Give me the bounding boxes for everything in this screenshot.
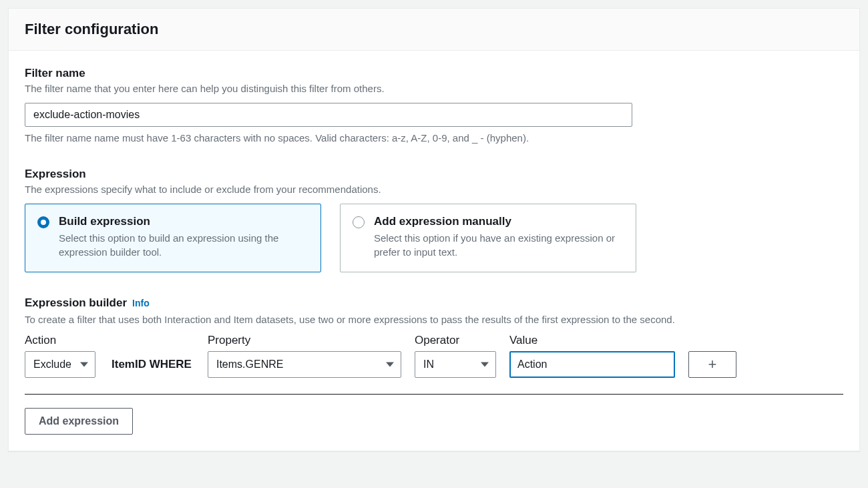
tile-build-desc: Select this option to build an expressio…	[59, 231, 308, 260]
builder-title: Expression builder	[25, 296, 127, 310]
add-condition-button[interactable]: +	[688, 351, 736, 378]
operator-column: Operator IN	[415, 334, 496, 378]
info-link[interactable]: Info	[132, 298, 150, 308]
value-input[interactable]	[509, 351, 675, 378]
radio-selected-icon	[37, 216, 49, 228]
property-select[interactable]: Items.GENRE	[208, 351, 401, 378]
expression-group: Expression The expressions specify what …	[25, 168, 843, 272]
property-select-value: Items.GENRE	[216, 358, 283, 371]
filter-name-group: Filter name The filter name that you ent…	[25, 67, 843, 144]
chevron-down-icon	[80, 362, 88, 367]
builder-hint: To create a filter that uses both Intera…	[25, 312, 843, 327]
tile-manual-expression[interactable]: Add expression manually Select this opti…	[340, 204, 636, 273]
property-col-label: Property	[208, 334, 401, 347]
radio-unselected-icon	[353, 216, 365, 228]
expression-tiles: Build expression Select this option to b…	[25, 204, 843, 273]
filter-name-input[interactable]	[25, 103, 632, 127]
value-col-label: Value	[509, 334, 675, 347]
expression-hint: The expressions specify what to include …	[25, 182, 843, 197]
action-select-value: Exclude	[33, 358, 71, 371]
filter-name-constraint: The filter name name must have 1-63 char…	[25, 132, 843, 144]
value-column: Value	[509, 334, 675, 378]
property-column: Property Items.GENRE	[208, 334, 401, 378]
expression-label: Expression	[25, 168, 843, 181]
chevron-down-icon	[386, 362, 394, 367]
operator-select[interactable]: IN	[415, 351, 496, 378]
action-select[interactable]: Exclude	[25, 351, 95, 378]
filter-config-panel: Filter configuration Filter name The fil…	[8, 8, 860, 451]
add-expression-button[interactable]: Add expression	[25, 408, 133, 435]
divider	[25, 394, 843, 395]
filter-name-hint: The filter name that you enter here can …	[25, 81, 843, 96]
action-col-label: Action	[25, 334, 95, 347]
operator-select-value: IN	[423, 358, 434, 371]
panel-title: Filter configuration	[25, 21, 843, 38]
tile-build-title: Build expression	[59, 215, 308, 228]
operator-col-label: Operator	[415, 334, 496, 347]
expression-builder-section: Expression builder Info To create a filt…	[25, 296, 843, 435]
action-column: Action Exclude	[25, 334, 95, 378]
filter-name-label: Filter name	[25, 67, 843, 80]
panel-body: Filter name The filter name that you ent…	[9, 51, 859, 451]
builder-row: Action Exclude ItemID WHERE Property Ite…	[25, 334, 843, 378]
tile-build-expression[interactable]: Build expression Select this option to b…	[25, 204, 321, 273]
chevron-down-icon	[481, 362, 489, 367]
where-clause-text: ItemID WHERE	[112, 358, 192, 378]
builder-title-row: Expression builder Info	[25, 296, 843, 311]
tile-manual-desc: Select this option if you have an existi…	[374, 231, 624, 260]
plus-icon: +	[708, 356, 717, 373]
tile-manual-title: Add expression manually	[374, 215, 624, 228]
panel-header: Filter configuration	[9, 9, 859, 51]
